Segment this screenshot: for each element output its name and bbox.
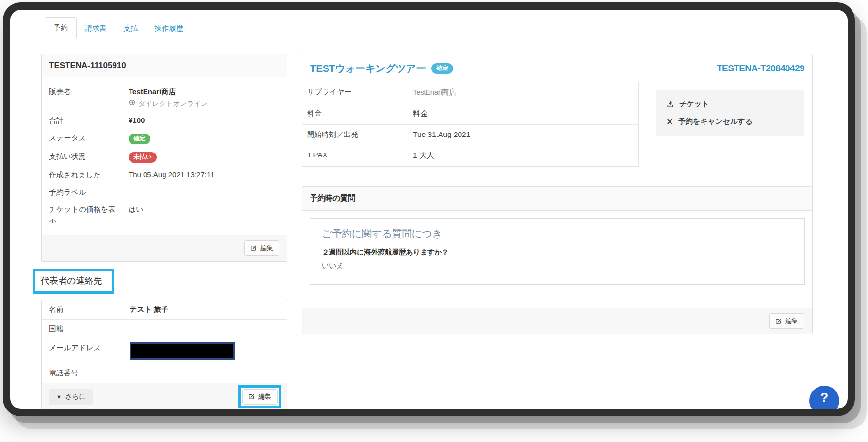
seller-name: TestEnari商店 xyxy=(129,86,208,97)
product-title: TESTウォーキングツアー xyxy=(310,62,426,75)
ticket-download-link[interactable]: チケット xyxy=(667,100,794,109)
detail-label: サプライヤー xyxy=(307,87,413,98)
tab-bar: 予約 請求書 支払 操作履歴 xyxy=(34,17,820,38)
contact-row-email: メールアドレス xyxy=(42,339,287,364)
field-row-payment-status: 支払い状況 未払い xyxy=(49,148,279,166)
show-ticket-price-value: はい xyxy=(129,204,144,225)
edit-questions-button[interactable]: 編集 xyxy=(769,313,804,329)
contact-row-phone: 電話番号 xyxy=(42,364,287,383)
field-row-status: ステータス 確定 xyxy=(49,129,279,148)
download-icon xyxy=(667,101,674,108)
tab-payment[interactable]: 支払 xyxy=(115,18,146,38)
email-redacted-block xyxy=(130,342,235,360)
field-row-total: 合計 ¥100 xyxy=(49,112,279,129)
more-button[interactable]: ▼ さらに xyxy=(49,389,93,405)
field-label: メールアドレス xyxy=(49,343,122,353)
field-label: 支払い状況 xyxy=(49,151,121,163)
supplier-value: TestEnari商店 xyxy=(413,87,456,98)
left-column: TESTENA-11105910 販売者 TestEnari商店 ダイレ xyxy=(34,54,295,409)
edit-icon xyxy=(775,318,782,324)
field-label: 販売者 xyxy=(49,86,121,108)
edit-booking-button[interactable]: 編集 xyxy=(244,240,279,256)
field-label: 電話番号 xyxy=(49,369,122,378)
field-row-show-ticket-price: チケットの価格を表示 はい xyxy=(49,201,279,229)
contact-card: 名前 テスト 旅子 国籍 メールアドレス 電話番号 xyxy=(41,300,287,409)
field-row-booking-label: 予約ラベル xyxy=(49,184,279,201)
detail-label: 開始時刻／出発 xyxy=(307,130,413,139)
field-label: 合計 xyxy=(49,115,121,126)
field-label: 名前 xyxy=(49,305,122,314)
edit-contact-button[interactable]: 編集 xyxy=(242,389,278,405)
app-window: 予約 請求書 支払 操作履歴 TESTENA-11105910 販売者 Test… xyxy=(10,10,848,409)
questions-footer: 編集 xyxy=(302,308,812,334)
field-label: ステータス xyxy=(49,133,121,144)
annotation-box-contact-heading: 代表者の連絡先 xyxy=(33,269,114,294)
detail-row-rate: 料金 料金 xyxy=(302,103,638,125)
tab-booking[interactable]: 予約 xyxy=(45,17,77,38)
edit-icon xyxy=(248,393,255,400)
screenshot-frame: 予約 請求書 支払 操作履歴 TESTENA-11105910 販売者 Test… xyxy=(3,2,855,416)
contact-card-footer: ▼ さらに 編集 xyxy=(42,383,287,409)
created-datetime: Thu 05.Aug 2021 13:27:11 xyxy=(129,170,214,180)
right-column: TESTウォーキングツアー 確定 TESTENA-T20840429 サプライヤ… xyxy=(295,54,820,409)
question-group-title: ご予約に関する質問につき xyxy=(322,227,793,240)
sales-channel: ダイレクトオンライン xyxy=(129,99,208,108)
rate-value: 料金 xyxy=(413,109,428,119)
product-body: サプライヤー TestEnari商店 料金 料金 開始時刻／出発 Tue 31.… xyxy=(302,82,812,167)
x-icon xyxy=(667,119,673,125)
contact-name: テスト 旅子 xyxy=(130,305,168,314)
questions-section-body: ご予約に関する質問につき ２週間以内に海外渡航履歴ありますか？ いいえ xyxy=(302,211,812,308)
contact-row-name: 名前 テスト 旅子 xyxy=(42,300,287,320)
field-label: 国籍 xyxy=(49,324,122,334)
cancel-booking-link[interactable]: 予約をキャンセルする xyxy=(667,117,794,126)
detail-label: 料金 xyxy=(307,109,413,119)
contact-row-nationality: 国籍 xyxy=(42,320,287,339)
field-row-created: 作成されました Thu 05.Aug 2021 13:27:11 xyxy=(49,166,279,184)
globe-icon xyxy=(129,99,135,108)
main-content: TESTENA-11105910 販売者 TestEnari商店 ダイレ xyxy=(34,54,820,409)
status-badge: 確定 xyxy=(129,134,150,144)
booking-actions-panel: チケット 予約をキャンセルする xyxy=(656,90,804,136)
tab-invoice[interactable]: 請求書 xyxy=(77,18,115,38)
question-group-box: ご予約に関する質問につき ２週間以内に海外渡航履歴ありますか？ いいえ xyxy=(310,218,805,285)
annotation-box-edit-contact: 編集 xyxy=(238,385,281,408)
detail-row-start: 開始時刻／出発 Tue 31.Aug 2021 xyxy=(302,125,638,145)
booking-summary-body: 販売者 TestEnari商店 ダイレクトオンライン xyxy=(42,77,287,235)
tab-history[interactable]: 操作履歴 xyxy=(146,18,192,38)
caret-down-icon: ▼ xyxy=(56,394,62,400)
detail-label: 1 PAX xyxy=(307,151,413,161)
product-card: TESTウォーキングツアー 確定 TESTENA-T20840429 サプライヤ… xyxy=(302,54,813,334)
booking-card-footer: 編集 xyxy=(42,235,287,261)
edit-icon xyxy=(250,245,257,251)
payment-status-badge: 未払い xyxy=(129,152,157,163)
start-date-value: Tue 31.Aug 2021 xyxy=(413,130,470,139)
booking-summary-card: TESTENA-11105910 販売者 TestEnari商店 ダイレ xyxy=(41,54,287,262)
booking-id-title: TESTENA-11105910 xyxy=(42,54,287,77)
question-text: ２週間以内に海外渡航履歴ありますか？ xyxy=(322,248,793,257)
questions-section-header: 予約時の質問 xyxy=(302,186,812,211)
field-row-seller: 販売者 TestEnari商店 ダイレクトオンライン xyxy=(49,83,279,112)
product-details-table: サプライヤー TestEnari商店 料金 料金 開始時刻／出発 Tue 31.… xyxy=(302,82,639,167)
detail-row-pax: 1 PAX 1 大人 xyxy=(302,145,638,167)
field-label: 作成されました xyxy=(49,170,121,180)
answer-text: いいえ xyxy=(322,261,793,271)
field-label: チケットの価格を表示 xyxy=(49,204,121,225)
detail-row-supplier: サプライヤー TestEnari商店 xyxy=(302,82,638,103)
channel-label: ダイレクトオンライン xyxy=(138,99,208,108)
contact-section-heading: 代表者の連絡先 xyxy=(41,276,102,286)
pax-value: 1 大人 xyxy=(413,151,434,161)
help-button[interactable]: ? xyxy=(809,386,839,409)
question-mark-icon: ? xyxy=(820,391,829,406)
total-amount: ¥100 xyxy=(129,115,145,126)
product-title-row: TESTウォーキングツアー 確定 TESTENA-T20840429 xyxy=(302,54,812,82)
product-status-badge: 確定 xyxy=(431,63,453,74)
product-code: TESTENA-T20840429 xyxy=(717,63,804,74)
field-label: 予約ラベル xyxy=(49,187,121,198)
